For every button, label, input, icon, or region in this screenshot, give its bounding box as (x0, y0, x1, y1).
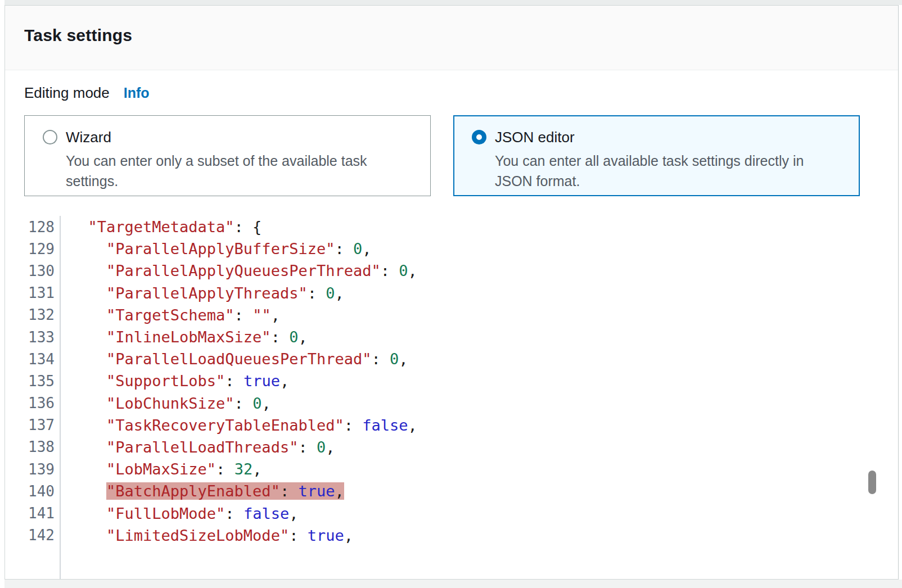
editing-mode-row: Editing mode Info (24, 84, 150, 102)
line-number: 141 (5, 505, 55, 522)
code-line: 136 "LobChunkSize": 0, (5, 392, 860, 414)
tile-json-editor[interactable]: JSON editor You can enter all available … (453, 115, 860, 196)
code-line-text: "TaskRecoveryTableEnabled": false, (55, 417, 417, 434)
line-number: 134 (5, 351, 55, 368)
line-number: 132 (5, 306, 55, 323)
code-line: 133 "InlineLobMaxSize": 0, (5, 326, 860, 348)
code-line-text: "ParallelLoadQueuesPerThread": 0, (55, 350, 408, 368)
code-line-text: "InlineLobMaxSize": 0, (55, 328, 308, 346)
code-line-text: "ParallelApplyQueuesPerThread": 0, (55, 262, 417, 279)
code-line-text: "LimitedSizeLobMode": true, (55, 527, 353, 544)
line-number: 128 (5, 219, 55, 236)
editing-mode-options: Wizard You can enter only a subset of th… (24, 115, 860, 196)
code-line: 139 "LobMaxSize": 32, (5, 458, 860, 480)
tile-wizard-label: Wizard (66, 129, 406, 146)
page-top-strip (4, 0, 902, 5)
code-line-text: "SupportLobs": true, (55, 372, 289, 390)
code-line-text: "ParallelLoadThreads": 0, (55, 438, 335, 456)
code-line: 142 "LimitedSizeLobMode": true, (5, 524, 860, 546)
tile-json-editor-description: You can enter all available task setting… (495, 151, 835, 191)
tile-wizard-description: You can enter only a subset of the avail… (66, 151, 406, 191)
code-line: 135 "SupportLobs": true, (5, 370, 860, 392)
code-line-text: "ParallelApplyBufferSize": 0, (55, 240, 371, 257)
code-line: 130 "ParallelApplyQueuesPerThread": 0, (5, 260, 860, 282)
line-number: 142 (5, 527, 55, 544)
tile-wizard[interactable]: Wizard You can enter only a subset of th… (24, 115, 431, 196)
code-line-text: "LobChunkSize": 0, (55, 395, 271, 412)
code-line-text: "ParallelApplyThreads": 0, (55, 284, 344, 302)
editing-mode-label: Editing mode (24, 84, 110, 102)
line-number: 136 (5, 395, 55, 411)
page-title: Task settings (24, 26, 898, 45)
task-settings-card: Task settings Editing mode Info Wizard Y… (4, 5, 899, 580)
code-line-text: "FullLobMode": false, (55, 505, 298, 522)
line-number: 131 (5, 284, 55, 301)
line-number: 140 (5, 483, 55, 500)
code-editor[interactable]: 128 "TargetMetadata": {129 "ParallelAppl… (5, 216, 860, 546)
code-line: 128 "TargetMetadata": { (5, 216, 860, 238)
line-number: 138 (5, 438, 55, 455)
radio-wizard[interactable] (43, 130, 57, 144)
code-line: 129 "ParallelApplyBufferSize": 0, (5, 238, 860, 260)
editor-scrollbar-thumb[interactable] (868, 471, 876, 494)
line-number: 139 (5, 461, 55, 478)
card-header: Task settings (5, 6, 898, 70)
code-line: 131 "ParallelApplyThreads": 0, (5, 282, 860, 304)
code-line-text: "LobMaxSize": 32, (55, 460, 261, 478)
page-bottom-strip (4, 580, 902, 588)
code-line: 132 "TargetSchema": "", (5, 304, 860, 326)
code-line: 137 "TaskRecoveryTableEnabled": false, (5, 414, 860, 436)
code-line-text: "BatchApplyEnabled": true, (55, 482, 344, 500)
line-number: 129 (5, 241, 55, 257)
line-number: 135 (5, 373, 55, 390)
highlighted-code: "BatchApplyEnabled": true, (106, 482, 344, 500)
radio-json-editor[interactable] (472, 130, 486, 144)
tile-json-editor-label: JSON editor (495, 129, 835, 146)
line-number: 130 (5, 263, 55, 279)
info-link[interactable]: Info (124, 85, 150, 101)
code-line: 141 "FullLobMode": false, (5, 502, 860, 524)
code-line-text: "TargetSchema": "", (55, 306, 280, 324)
line-number: 133 (5, 329, 55, 346)
code-line: 140 "BatchApplyEnabled": true, (5, 480, 860, 502)
code-line: 138 "ParallelLoadThreads": 0, (5, 436, 860, 458)
code-line-text: "TargetMetadata": { (55, 218, 261, 236)
line-number: 137 (5, 417, 55, 433)
code-line: 134 "ParallelLoadQueuesPerThread": 0, (5, 348, 860, 370)
